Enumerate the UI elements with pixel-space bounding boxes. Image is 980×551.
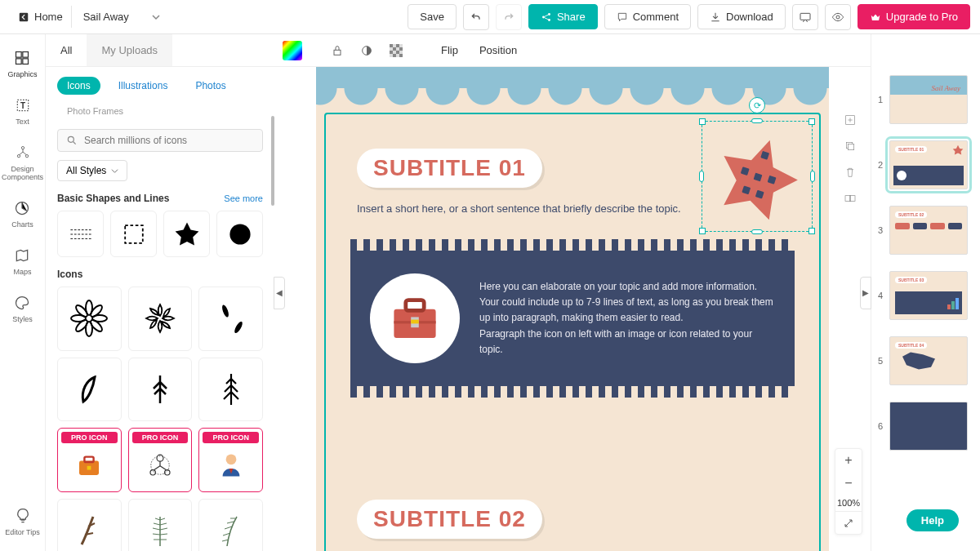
tab-all[interactable]: All	[46, 34, 87, 66]
subtitle-2[interactable]: SUBTITLE 02	[357, 500, 542, 539]
icon-flower1[interactable]	[57, 287, 122, 351]
resize-handle-tr[interactable]	[808, 118, 815, 125]
zoom-out[interactable]: −	[835, 472, 862, 495]
shape-circle[interactable]	[216, 211, 263, 257]
icon-branch1[interactable]	[57, 499, 122, 551]
svg-point-36	[225, 454, 236, 464]
resize-handle-bl[interactable]	[699, 228, 706, 234]
thumb-4[interactable]: SUBTITLE 03	[889, 271, 968, 320]
icon-tree1[interactable]	[128, 358, 193, 422]
shape-lines[interactable]	[57, 211, 104, 257]
bulb-icon	[15, 508, 31, 524]
svg-point-16	[68, 136, 74, 142]
svg-rect-44	[390, 51, 393, 54]
chevron-down-icon	[152, 13, 160, 21]
subtitle-1[interactable]: SUBTITLE 01	[357, 149, 542, 188]
thumbnail-panel: 1 Sail Away 2 SUBTITLE 01 3 SUBTITLE 02 …	[871, 34, 980, 551]
content-box-1[interactable]: Here you can elaborate on your topic and…	[350, 251, 795, 386]
tab-my-uploads[interactable]: My Uploads	[87, 34, 172, 66]
search-box[interactable]	[57, 129, 263, 152]
thumb-2[interactable]: SUBTITLE 01	[889, 140, 968, 189]
position-button[interactable]: Position	[473, 41, 523, 60]
icon-fern2[interactable]	[198, 499, 263, 551]
rail-charts[interactable]: Charts	[11, 199, 33, 229]
icon-org-pro[interactable]: PRO ICON	[128, 428, 193, 492]
shape-star[interactable]	[163, 211, 210, 257]
zoom-fullscreen[interactable]	[835, 511, 862, 534]
svg-rect-17	[125, 225, 143, 243]
canvas-page[interactable]: SUBTITLE 01 Insert a short here, or a sh…	[316, 67, 829, 551]
svg-rect-52	[411, 320, 419, 324]
present-button[interactable]	[792, 4, 818, 30]
thumb-3[interactable]: SUBTITLE 02	[889, 206, 968, 255]
ctx-duplicate[interactable]	[842, 138, 858, 154]
collapse-thumbs[interactable]: ▶	[860, 277, 871, 309]
icon-leaf-single[interactable]	[57, 358, 122, 422]
filter-frames[interactable]: Photo Frames	[57, 103, 133, 119]
shape-dashed-rect[interactable]	[110, 211, 157, 257]
undo-button[interactable]	[463, 4, 489, 30]
see-more-shapes[interactable]: See more	[224, 193, 263, 203]
color-picker[interactable]	[283, 41, 302, 60]
comment-button[interactable]: Comment	[604, 4, 691, 29]
selection-box[interactable]: ⟳	[702, 121, 813, 232]
svg-rect-9	[23, 59, 29, 64]
collapse-side-panel[interactable]: ◀	[274, 277, 285, 309]
briefcase-icon	[382, 286, 448, 351]
resize-handle-left[interactable]	[699, 171, 704, 182]
zoom-value[interactable]: 100%	[837, 495, 860, 511]
resize-handle-bottom[interactable]	[751, 229, 763, 234]
icon-briefcase-pro[interactable]: PRO ICON	[57, 428, 122, 492]
thumb-num-5: 5	[878, 356, 884, 366]
lock-button[interactable]	[327, 40, 348, 61]
filter-icons[interactable]: Icons	[57, 77, 100, 95]
all-styles-dropdown[interactable]: All Styles	[57, 160, 127, 181]
transparency-button[interactable]	[385, 40, 407, 61]
home-button[interactable]: Home	[10, 6, 72, 28]
canvas-scroll[interactable]: SUBTITLE 01 Insert a short here, or a sh…	[274, 67, 871, 551]
thumb-6[interactable]	[889, 402, 968, 451]
icon-leaves1[interactable]	[198, 287, 263, 351]
resize-handle-tl[interactable]	[699, 118, 706, 125]
zoom-in[interactable]: +	[835, 449, 862, 472]
rail-editor-tips[interactable]: Editor Tips	[5, 507, 40, 536]
preview-button[interactable]	[825, 4, 851, 30]
starfish-graphic[interactable]	[702, 122, 813, 233]
opacity-button[interactable]	[356, 40, 377, 61]
icon-fern1[interactable]	[128, 499, 193, 551]
ctx-add[interactable]	[842, 112, 858, 128]
project-name-dropdown[interactable]: Sail Away	[72, 6, 172, 28]
thumb-5[interactable]: SUBTITLE 04	[889, 336, 968, 385]
svg-rect-6	[16, 52, 22, 58]
filter-illustrations[interactable]: Illustrations	[109, 77, 178, 95]
resize-handle-top[interactable]	[751, 118, 763, 123]
svg-rect-41	[396, 44, 399, 47]
filter-photos[interactable]: Photos	[185, 77, 235, 95]
search-input[interactable]	[84, 135, 254, 146]
rotate-handle[interactable]: ⟳	[749, 97, 765, 113]
redo-button[interactable]	[496, 4, 522, 30]
save-button[interactable]: Save	[408, 4, 457, 29]
icon-tree2[interactable]	[198, 358, 263, 422]
ctx-transition[interactable]	[842, 190, 858, 207]
rail-styles[interactable]: Styles	[12, 294, 33, 323]
help-button[interactable]: Help	[906, 509, 959, 531]
download-button[interactable]: Download	[697, 4, 786, 29]
resize-handle-br[interactable]	[808, 228, 815, 234]
rail-text[interactable]: T Text	[14, 96, 32, 126]
svg-text:T: T	[20, 101, 24, 110]
icon-flower2[interactable]	[128, 287, 193, 351]
resize-handle-right[interactable]	[810, 171, 815, 182]
ctx-delete[interactable]	[842, 164, 858, 180]
undo-icon	[470, 11, 483, 24]
upgrade-button[interactable]: Upgrade to Pro	[858, 4, 970, 29]
svg-point-5	[836, 16, 840, 19]
rail-graphics[interactable]: Graphics	[7, 49, 37, 78]
thumb-1[interactable]: Sail Away	[889, 75, 968, 124]
icon-person-pro[interactable]: PRO ICON	[198, 428, 263, 492]
flip-button[interactable]: Flip	[434, 41, 465, 60]
rail-maps[interactable]: Maps	[13, 247, 31, 276]
content-text[interactable]: Here you can elaborate on your topic and…	[479, 279, 775, 358]
rail-design-components[interactable]: Design Components	[2, 144, 43, 181]
share-button[interactable]: Share	[528, 4, 598, 29]
